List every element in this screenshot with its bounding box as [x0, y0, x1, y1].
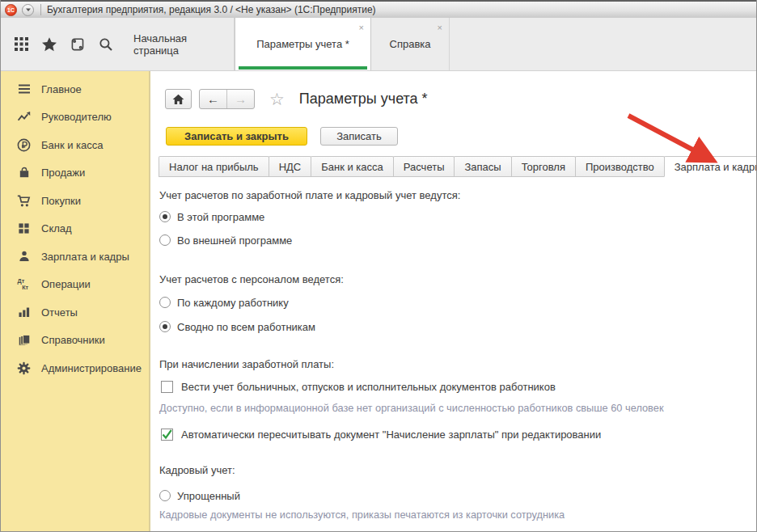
sidebar-item-salary-hr[interactable]: Зарплата и кадры — [0, 243, 149, 271]
panel-toolbar — [0, 18, 125, 70]
sidebar-item-sales[interactable]: Продажи — [0, 159, 149, 188]
form-command-bar: Записать и закрыть Записать — [166, 127, 398, 146]
radio-simplified-hr[interactable]: Упрощенный — [159, 488, 240, 504]
tab-accounting-parameters[interactable]: Параметры учета * × — [235, 18, 371, 70]
sidebar-item-label: Склад — [41, 222, 72, 234]
forward-arrow-icon: → — [235, 92, 247, 106]
save-and-close-button[interactable]: Записать и закрыть — [166, 127, 307, 146]
trend-icon — [17, 110, 31, 124]
checkbox-auto-recalculate[interactable]: Автоматически пересчитывать документ "На… — [159, 426, 601, 442]
tab-income-tax[interactable]: Налог на прибыль — [159, 156, 269, 176]
blocks-icon — [17, 222, 31, 235]
titlebar-separator — [40, 4, 41, 15]
tab-settlements[interactable]: Расчеты — [393, 156, 455, 176]
tab-label: Начальная страница — [133, 32, 226, 57]
sections-sidebar: Главное Руководителю Банк и касса Продаж… — [0, 71, 150, 532]
app-tab-bar: Начальная страница Параметры учета * × С… — [0, 18, 757, 71]
sidebar-item-manager[interactable]: Руководителю — [0, 103, 149, 132]
tab-vat[interactable]: НДС — [269, 156, 312, 176]
radio-this-program[interactable]: В этой программе — [159, 209, 264, 225]
dtkt-icon: Дт Кт — [17, 277, 31, 291]
sidebar-item-reports[interactable]: Отчеты — [0, 298, 149, 327]
radio-selected-icon[interactable] — [159, 211, 171, 222]
radio-summary-all-employees[interactable]: Сводно по всем работникам — [159, 319, 315, 335]
sidebar-item-label: Покупки — [41, 195, 81, 207]
sidebar-item-operations[interactable]: Дт Кт Операции — [0, 271, 149, 299]
home-button[interactable] — [165, 89, 192, 109]
radio-label: Упрощенный — [177, 490, 240, 502]
window-title: Бухгалтерия предприятия, редакция 3.0 / … — [47, 4, 376, 15]
sidebar-item-label: Главное — [41, 83, 82, 95]
tab-help[interactable]: Справка × — [371, 18, 450, 70]
close-tab-icon[interactable]: × — [438, 23, 442, 32]
search-button[interactable] — [95, 34, 116, 55]
bar-chart-icon — [17, 306, 31, 319]
sidebar-item-directories[interactable]: Справочники — [0, 327, 149, 355]
back-button[interactable]: ← — [200, 90, 226, 108]
history-scroll-icon — [70, 36, 86, 53]
tab-inventory[interactable]: Запасы — [454, 156, 511, 176]
history-nav-group: ← → — [199, 89, 255, 109]
sidebar-item-label: Руководителю — [41, 111, 112, 123]
star-icon — [41, 36, 57, 53]
window-menu-button[interactable] — [22, 4, 34, 16]
form-nav-row: ← → ☆ Параметры учета * — [165, 89, 428, 109]
checkbox-checked-icon[interactable] — [161, 429, 173, 441]
radio-unselected-icon[interactable] — [159, 490, 171, 501]
gear-icon — [17, 361, 31, 375]
checkbox-unchecked-icon[interactable] — [161, 381, 173, 393]
section-label: При начислении заработной платы: — [159, 356, 334, 372]
sidebar-item-administration[interactable]: Администрирование — [0, 354, 149, 382]
sidebar-item-label: Администрирование — [41, 362, 142, 374]
hint-text: Кадровые документы не используются, прик… — [159, 506, 565, 522]
checkbox-label: Автоматически пересчитывать документ "На… — [181, 429, 601, 441]
home-icon — [172, 94, 184, 105]
checkbox-sick-leave-tracking[interactable]: Вести учет больничных, отпусков и исполн… — [159, 378, 556, 395]
sections-menu-button[interactable] — [11, 34, 32, 55]
checkbox-label: Вести учет больничных, отпусков и исполн… — [181, 381, 556, 393]
chevron-down-icon — [25, 7, 32, 12]
tab-bank-cash[interactable]: Банк и касса — [311, 156, 394, 176]
radio-per-employee[interactable]: По каждому работнику — [159, 294, 289, 310]
books-icon — [17, 333, 31, 347]
favorites-button[interactable] — [39, 34, 60, 55]
window-titlebar: 1С Бухгалтерия предприятия, редакция 3.0… — [0, 0, 757, 18]
person-icon — [17, 250, 31, 264]
sidebar-item-warehouse[interactable]: Склад — [0, 215, 149, 243]
settings-form: Учет расчетов по заработной плате и кадр… — [159, 176, 755, 532]
radio-unselected-icon[interactable] — [159, 234, 171, 246]
cart-icon — [17, 194, 31, 208]
app-logo-text: 1С — [7, 7, 15, 13]
radio-label: Сводно по всем работникам — [177, 321, 315, 333]
close-tab-icon[interactable]: × — [359, 23, 364, 32]
sidebar-item-purchases[interactable]: Покупки — [0, 187, 149, 215]
svg-text:Кт: Кт — [22, 284, 28, 291]
tab-home[interactable]: Начальная страница — [125, 18, 235, 70]
sidebar-item-label: Отчеты — [41, 306, 78, 319]
search-icon — [98, 36, 114, 53]
forward-button[interactable]: → — [226, 90, 254, 108]
add-to-favorites-star-icon[interactable]: ☆ — [269, 91, 285, 108]
tab-label: Параметры учета * — [256, 38, 349, 50]
radio-unselected-icon[interactable] — [159, 297, 171, 308]
check-mark-icon — [162, 429, 172, 440]
back-arrow-icon: ← — [207, 92, 219, 106]
tab-trade[interactable]: Торговля — [511, 156, 576, 176]
sidebar-item-label: Продажи — [41, 167, 85, 179]
section-label: Кадровый учет: — [159, 462, 235, 478]
tab-production[interactable]: Производство — [575, 156, 665, 176]
sidebar-item-label: Справочники — [41, 334, 105, 346]
history-button[interactable] — [67, 34, 88, 55]
tab-salary-hr[interactable]: Зарплата и кадры — [664, 156, 757, 177]
radio-external-program[interactable]: Во внешней программе — [159, 232, 292, 248]
sidebar-item-label: Банк и касса — [41, 139, 104, 151]
page-title: Параметры учета * — [299, 91, 428, 108]
app-logo-icon[interactable]: 1С — [5, 4, 17, 16]
radio-selected-icon[interactable] — [159, 321, 171, 332]
main-content: ← → ☆ Параметры учета * Записать и закры… — [152, 71, 757, 532]
sidebar-item-bank-cash[interactable]: Банк и касса — [0, 131, 149, 159]
sidebar-item-main[interactable]: Главное — [0, 75, 149, 103]
bag-icon — [17, 166, 31, 179]
tab-label: Справка — [390, 38, 431, 50]
save-button[interactable]: Записать — [320, 127, 398, 146]
